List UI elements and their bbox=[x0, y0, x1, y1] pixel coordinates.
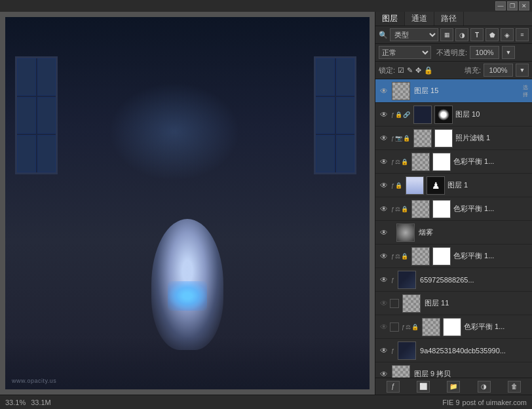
layer-item-photo-filter[interactable]: 👁 ƒ 📷 🔒 照片滤镜 1 bbox=[375, 127, 532, 150]
filter-type-select[interactable]: 类型 bbox=[390, 28, 438, 41]
close-button[interactable]: ✕ bbox=[519, 1, 529, 10]
layer-visibility-layer1[interactable]: 👁 bbox=[378, 180, 390, 191]
add-group-button[interactable]: 📁 bbox=[447, 381, 460, 393]
layer-item-photo-id[interactable]: 👁 ƒ 659725888265... bbox=[375, 268, 532, 292]
tab-paths[interactable]: 路径 bbox=[434, 12, 464, 26]
status-info: 33.1% 33.1M bbox=[5, 399, 51, 406]
layer-visibility-smoke[interactable]: 👁 bbox=[378, 227, 390, 239]
floor bbox=[5, 337, 370, 389]
tab-layers[interactable]: 图层 bbox=[375, 12, 405, 26]
opacity-input[interactable] bbox=[470, 46, 499, 59]
filter-pixel-btn[interactable]: ▦ bbox=[440, 28, 453, 41]
layer-thumb-cb1b bbox=[411, 200, 430, 218]
lock-all-icon[interactable]: 🔒 bbox=[424, 66, 433, 75]
layer-visibility-photo-id2[interactable]: 👁 bbox=[378, 345, 390, 357]
layer-mask-cb1a bbox=[432, 153, 451, 171]
window-pane bbox=[17, 135, 36, 172]
filter-shape-btn[interactable]: ⬟ bbox=[485, 28, 499, 41]
window-pane bbox=[37, 97, 56, 134]
lock-check-icon[interactable]: ☑ bbox=[398, 66, 404, 75]
layer-item-color-balance-1a[interactable]: 👁 ƒ ⚖ 🔒 色彩平衡 1... bbox=[375, 150, 532, 174]
layer-name-layer9copy: 图层 9 拷贝 bbox=[412, 369, 529, 378]
layer-visibility-photo-filter[interactable]: 👁 bbox=[378, 132, 390, 144]
layer-visibility-cb1b[interactable]: 👁 bbox=[378, 203, 390, 215]
filter-text-btn[interactable]: T bbox=[470, 28, 484, 41]
layer-visibility-layer9copy[interactable]: 👁 bbox=[378, 368, 390, 378]
footer-right: FIE 9 post of uimaker.com bbox=[442, 399, 527, 406]
layer-visibility-layer11[interactable]: 👁 bbox=[378, 298, 390, 309]
window-left bbox=[15, 56, 58, 174]
fie-label: FIE 9 bbox=[442, 399, 459, 406]
fill-input[interactable] bbox=[484, 64, 513, 77]
watermark: www.opacity.us bbox=[12, 378, 56, 384]
minimize-button[interactable]: — bbox=[495, 1, 506, 10]
layer-item-layer11[interactable]: 👁 图层 11 bbox=[375, 292, 532, 315]
layer-thumb-15 bbox=[392, 82, 410, 100]
canvas-image[interactable]: www.opacity.us bbox=[5, 17, 370, 389]
layer-item-color-balance-1b[interactable]: 👁 ƒ ⚖ 🔒 色彩平衡 1... bbox=[375, 197, 532, 221]
window-pane bbox=[336, 58, 355, 96]
layer-item-15[interactable]: 👁 图层 15 选择 bbox=[375, 79, 532, 103]
layer-mask-10 bbox=[434, 106, 453, 124]
layer-item-smoke[interactable]: 👁 . 烟雾 bbox=[375, 221, 532, 244]
layer-visibility-cb1c[interactable]: 👁 bbox=[378, 250, 390, 262]
lock-row: 锁定: ☑ ✎ ✥ 🔒 填充: ▼ bbox=[375, 62, 532, 79]
filter-smart-btn[interactable]: ◈ bbox=[501, 28, 514, 41]
add-fill-button[interactable]: ◑ bbox=[478, 381, 491, 393]
layer-name-cb1b: 色彩平衡 1... bbox=[451, 204, 529, 214]
layer-visibility-10[interactable]: 👁 bbox=[378, 109, 390, 121]
window-pane bbox=[316, 135, 335, 172]
opacity-menu-btn[interactable]: ▼ bbox=[502, 46, 515, 59]
layer-checkbox-cb1d[interactable] bbox=[390, 322, 399, 332]
blend-mode-select[interactable]: 正常 bbox=[379, 46, 431, 59]
window-right bbox=[314, 56, 356, 174]
add-fx-button[interactable]: ƒ bbox=[387, 381, 400, 393]
layer-thumb-layer9copy bbox=[392, 365, 410, 378]
layer-visibility-cb1a[interactable]: 👁 bbox=[378, 156, 390, 168]
layer-name-cb1a: 色彩平衡 1... bbox=[451, 157, 529, 166]
layer-checkbox-layer11[interactable] bbox=[390, 299, 399, 308]
window-pane bbox=[336, 97, 355, 134]
layer-thumb-cb1c bbox=[411, 247, 430, 265]
layer-thumb-cb1d bbox=[422, 318, 440, 336]
layer-item-color-balance-1c[interactable]: 👁 ƒ ⚖ 🔒 色彩平衡 1... bbox=[375, 244, 532, 268]
layer-item-layer9copy[interactable]: 👁 图层 9 拷贝 bbox=[375, 362, 532, 378]
blend-mode-row: 正常 不透明度: ▼ bbox=[375, 44, 532, 62]
panel-menu-btn[interactable]: ≡ bbox=[516, 28, 529, 41]
fill-menu-btn[interactable]: ▼ bbox=[516, 64, 529, 77]
window-pane bbox=[37, 135, 56, 172]
window-pane bbox=[17, 58, 36, 96]
layer-item-color-balance-1d[interactable]: 👁 ƒ ⚖ 🔒 色彩平衡 1... bbox=[375, 315, 532, 339]
layer-thumb-photo-filter bbox=[413, 129, 432, 147]
mist-effect bbox=[109, 83, 240, 181]
layers-panel: 图层 通道 路径 🔍 类型 ▦ ◑ T ⬟ ◈ ≡ 正常 不透明度: ▼ bbox=[375, 12, 532, 395]
layer-item-10[interactable]: 👁 ƒ 🔒 🔗 图层 10 bbox=[375, 103, 532, 127]
window-pane bbox=[316, 97, 335, 134]
restore-button[interactable]: ❐ bbox=[507, 1, 518, 10]
window-pane bbox=[17, 97, 36, 134]
scene-background: www.opacity.us bbox=[5, 17, 370, 389]
search-icon: 🔍 bbox=[379, 31, 388, 39]
layer-mask-cb1d bbox=[443, 318, 461, 336]
layer-name-smoke: 烟雾 bbox=[417, 227, 529, 237]
layer-thumb-cb1a bbox=[411, 153, 430, 171]
lock-brush-icon[interactable]: ✎ bbox=[407, 66, 413, 75]
tab-channels[interactable]: 通道 bbox=[405, 12, 434, 26]
layer-name-10: 图层 10 bbox=[453, 109, 529, 119]
layer-name-photo-filter: 照片滤镜 1 bbox=[453, 133, 529, 143]
layer-name-layer1: 图层 1 bbox=[446, 180, 529, 190]
filter-adj-btn[interactable]: ◑ bbox=[455, 28, 468, 41]
layer-visibility-photo-id[interactable]: 👁 bbox=[378, 274, 390, 286]
layer-visibility-cb1d[interactable]: 👁 bbox=[378, 321, 390, 333]
add-mask-button[interactable]: ⬜ bbox=[417, 381, 430, 393]
window-pane bbox=[316, 58, 335, 96]
layer-mask-cb1b bbox=[432, 200, 451, 218]
layer-item-photo-id2[interactable]: 👁 ƒ 9a482531840dcb535990... bbox=[375, 339, 532, 362]
delete-layer-button[interactable]: 🗑 bbox=[508, 381, 521, 393]
lock-move-icon[interactable]: ✥ bbox=[415, 66, 421, 75]
panel-tabs: 图层 通道 路径 bbox=[375, 12, 532, 26]
layer-mask-layer1: ♟ bbox=[427, 176, 445, 195]
layer-mask-cb1c bbox=[432, 247, 451, 265]
layer-visibility-15[interactable]: 👁 bbox=[378, 85, 390, 97]
layer-item-layer1[interactable]: 👁 ƒ 🔒 ♟ 图层 1 bbox=[375, 174, 532, 197]
